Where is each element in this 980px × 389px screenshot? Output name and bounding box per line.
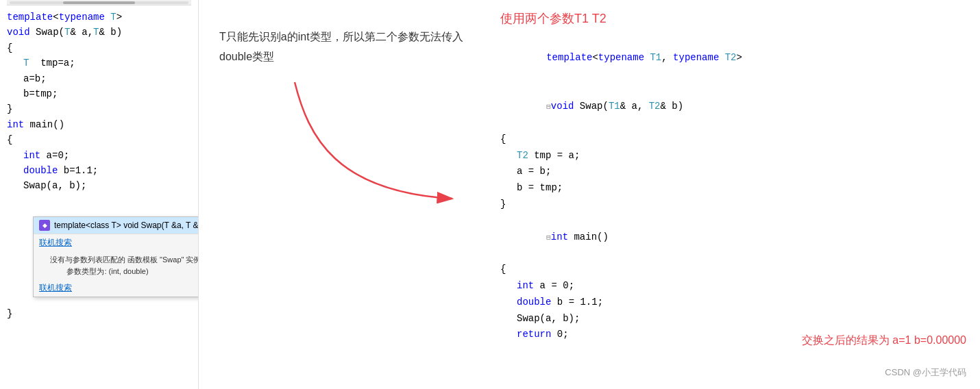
code-line: ⊟void Swap(T1& a, T2& b) [500,82,966,131]
code-line: T2 tmp = a; [500,148,966,164]
right-panel: 使用两个参数T1 T2 template<typename T1, typena… [487,0,980,389]
autocomplete-popup: ◆ template<class T> void Swap(T &a, T &b… [33,216,199,297]
right-code-block: template<typename T1, typename T2> ⊟void… [500,34,966,343]
code-line: T tmp=a; [7,55,191,71]
scrollbar-thumb [63,1,134,4]
code-line: { [500,262,966,278]
code-line: int a = 0; [500,278,966,294]
code-line: template<typename T1, typename T2> [500,34,966,82]
explanation-line-2: double类型 [219,51,274,62]
code-line: template<typename T> [7,10,191,25]
autocomplete-item[interactable]: ◆ template<class T> void Swap(T &a, T &b… [34,217,199,234]
code-line: { [7,40,191,55]
code-line: b = tmp; [500,180,966,197]
code-line: int a=0; [7,148,191,163]
code-line: int main() [7,117,191,132]
left-code-block: template<typename T> void Swap(T& a,T& b… [7,7,191,194]
autocomplete-icon: ◆ [39,220,50,231]
code-line: double b = 1.1; [500,294,966,311]
code-line: double b=1.1; [7,163,191,178]
code-line: ⊟int main() [500,213,966,262]
code-line: b=tmp; [7,86,191,101]
autocomplete-item-text: template<class T> void Swap(T &a, T &b) [54,221,199,230]
autocomplete-link-1[interactable]: 联机搜索 [34,234,199,251]
explanation-line-1: T只能先识别a的int类型，所以第二个参数无法传入 [219,31,463,42]
autocomplete-link-2[interactable]: 联机搜索 [34,279,199,297]
code-line: a = b; [500,164,966,180]
code-line: } [7,306,191,321]
code-line: Swap(a, b); [500,311,966,327]
code-line: { [500,131,966,148]
watermark: CSDN @小王学代码 [885,366,966,379]
main-container: template<typename T> void Swap(T& a,T& b… [0,0,980,389]
code-line: Swap(a, b); [7,178,191,193]
result-text: 交换之后的结果为 a=1 b=0.00000 [802,334,966,348]
autocomplete-error-text: 没有与参数列表匹配的 函数模板 "Swap" 实例 参数类型为: (int, d… [34,251,199,279]
code-line: { [7,132,191,147]
section-title: 使用两个参数T1 T2 [500,10,966,27]
left-code-closing: } [7,303,191,321]
code-line: void Swap(T& a,T& b) [7,25,191,40]
code-line: a=b; [7,71,191,86]
code-line: } [7,101,191,116]
code-line: } [500,197,966,213]
left-panel: template<typename T> void Swap(T& a,T& b… [0,0,199,389]
scrollbar-track [10,1,188,4]
explanation-text: T只能先识别a的int类型，所以第二个参数无法传入 double类型 [219,27,463,67]
scrollbar-area[interactable] [7,0,191,5]
middle-panel: T只能先识别a的int类型，所以第二个参数无法传入 double类型 [199,0,487,389]
